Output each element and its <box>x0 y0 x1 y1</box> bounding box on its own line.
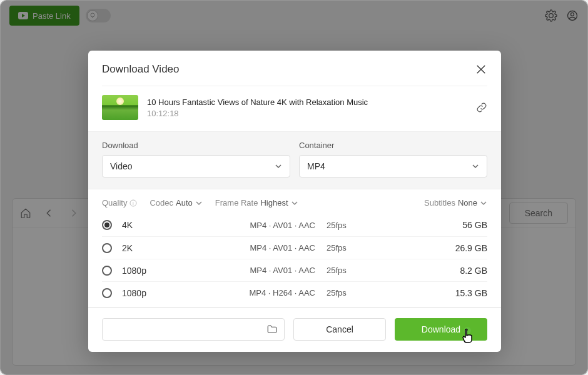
info-icon[interactable]: i <box>129 199 137 207</box>
radio-button[interactable] <box>102 288 112 298</box>
quality-fps: 25fps <box>327 221 377 230</box>
quality-row[interactable]: 2KMP4 · AV01 · AAC25fps26.9 GB <box>102 236 487 259</box>
quality-label: 2K <box>122 243 233 253</box>
folder-icon <box>266 324 278 335</box>
framerate-value: Highest <box>260 198 288 208</box>
codec-label: Codec <box>150 198 173 208</box>
subtitles-select[interactable]: Subtitles None <box>424 198 487 208</box>
download-button-label: Download <box>422 324 460 334</box>
svg-text:i: i <box>133 201 134 206</box>
svg-point-7 <box>464 327 471 334</box>
chevron-down-icon <box>472 162 479 170</box>
framerate-select[interactable]: Frame Rate Highest <box>215 198 298 208</box>
close-icon[interactable] <box>475 63 487 76</box>
save-path-input[interactable] <box>102 318 285 341</box>
quality-label: 1080p <box>122 266 233 276</box>
quality-size: 8.2 GB <box>377 266 487 276</box>
chevron-down-icon <box>480 199 487 207</box>
framerate-label: Frame Rate <box>215 198 258 208</box>
quality-label: 1080p <box>122 288 233 298</box>
quality-row[interactable]: 1080pMP4 · AV01 · AAC25fps8.2 GB <box>102 259 487 281</box>
quality-row[interactable]: 1080pMP4 · H264 · AAC25fps15.3 GB <box>102 281 487 304</box>
download-type-label: Download <box>102 141 290 150</box>
chevron-down-icon <box>275 162 282 170</box>
quality-size: 56 GB <box>377 220 487 230</box>
link-icon[interactable] <box>476 102 487 113</box>
codec-select[interactable]: Codec Auto <box>150 198 202 208</box>
cancel-button[interactable]: Cancel <box>293 318 386 341</box>
quality-filter: Quality i <box>102 198 137 208</box>
codec-value: Auto <box>176 198 193 208</box>
download-dialog: Download Video 10 Hours Fantastic Views … <box>88 51 501 352</box>
quality-fps: 25fps <box>327 243 377 252</box>
download-type-value: Video <box>110 161 133 171</box>
radio-button[interactable] <box>102 243 112 253</box>
video-duration: 10:12:18 <box>147 109 368 118</box>
subtitles-value: None <box>458 198 477 208</box>
quality-row[interactable]: 4KMP4 · AV01 · AAC25fps56 GB <box>102 214 487 236</box>
quality-label: 4K <box>122 220 233 230</box>
radio-button[interactable] <box>102 220 112 230</box>
cancel-label: Cancel <box>326 324 353 334</box>
download-button[interactable]: Download <box>395 318 487 341</box>
subtitles-label: Subtitles <box>424 198 455 208</box>
quality-codec: MP4 · AV01 · AAC <box>233 221 327 230</box>
quality-codec: MP4 · AV01 · AAC <box>233 266 327 275</box>
quality-size: 26.9 GB <box>377 243 487 253</box>
quality-label: Quality <box>102 198 127 208</box>
quality-codec: MP4 · AV01 · AAC <box>233 243 327 252</box>
quality-fps: 25fps <box>327 266 377 275</box>
dialog-title: Download Video <box>102 63 180 76</box>
cursor-pointer-icon <box>461 327 479 347</box>
radio-button[interactable] <box>102 266 112 276</box>
quality-size: 15.3 GB <box>377 288 487 298</box>
container-select[interactable]: MP4 <box>299 155 487 178</box>
video-thumbnail <box>102 95 138 120</box>
chevron-down-icon <box>291 199 298 207</box>
container-label: Container <box>299 141 487 150</box>
video-title: 10 Hours Fantastic Views of Nature 4K wi… <box>147 98 368 107</box>
quality-codec: MP4 · H264 · AAC <box>233 288 327 298</box>
container-value: MP4 <box>307 161 325 171</box>
chevron-down-icon <box>195 199 203 207</box>
quality-fps: 25fps <box>327 288 377 298</box>
download-type-select[interactable]: Video <box>102 155 290 178</box>
